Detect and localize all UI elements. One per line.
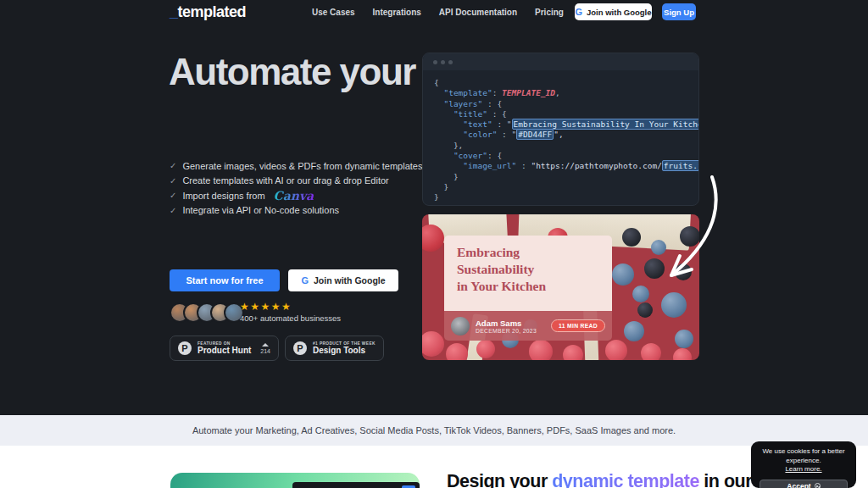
cookie-message-text: We use cookies for a better experience. xyxy=(762,447,844,464)
sign-up-button[interactable]: Sign Up xyxy=(662,3,696,20)
nav-api-documentation[interactable]: API Documentation xyxy=(439,8,517,17)
feature-checklist: ✓ Generate images, videos & PDFs from dy… xyxy=(170,158,422,218)
check-icon: ✓ xyxy=(170,176,176,186)
checklist-item-label: Integrate via API or No-code solutions xyxy=(182,205,339,215)
accept-label: Accept xyxy=(787,482,810,488)
nav-integrations[interactable]: Integrations xyxy=(373,8,421,17)
google-g-icon: G xyxy=(301,275,309,286)
main-nav: Use Cases Integrations API Documentation… xyxy=(312,0,564,24)
badge-title: Design Tools xyxy=(313,346,376,355)
sign-up-label: Sign Up xyxy=(664,8,694,17)
section-heading: Design your dynamic template in our xyxy=(447,471,752,488)
article-title-line: in Your Kitchen xyxy=(457,278,612,295)
header-join-google-label: Join with Google xyxy=(587,8,652,17)
rating-stars: ★★★★★ xyxy=(240,301,292,313)
heading-highlight: dynamic template xyxy=(552,471,699,488)
nav-pricing[interactable]: Pricing xyxy=(535,8,564,17)
curved-arrow-icon xyxy=(659,174,723,288)
upvote-count: 214 xyxy=(260,343,270,354)
author-avatar xyxy=(451,317,470,336)
accept-cookies-button[interactable]: Accept xyxy=(760,480,848,488)
header-join-google-button[interactable]: G Join with Google xyxy=(575,3,652,20)
article-overlay: Embracing Sustainability in Your Kitchen… xyxy=(444,236,612,341)
code-window-titlebar xyxy=(423,53,698,70)
landing-page: _templated Use Cases Integrations API Do… xyxy=(0,0,868,488)
heading-post: in our xyxy=(699,471,752,488)
checklist-item: ✓ Create templates with AI or our drag &… xyxy=(170,174,422,189)
editor-toolbar xyxy=(292,482,420,488)
cookie-message: We use cookies for a better experience. … xyxy=(751,447,856,474)
hero-section: _templated Use Cases Integrations API Do… xyxy=(0,0,868,415)
author-name: Adam Sams xyxy=(476,319,537,328)
article-title-line: Embracing xyxy=(457,244,612,261)
product-hunt-icon: P xyxy=(293,341,307,355)
checklist-item-label: Create templates with AI or our drag & d… xyxy=(182,175,388,186)
upvote-number: 214 xyxy=(260,348,270,354)
badge-title: Product Hunt xyxy=(198,346,251,355)
checklist-item: ✓ Integrate via API or No-code solutions xyxy=(170,203,422,219)
badge-featured-product-hunt[interactable]: P FEATURED ON Product Hunt 214 xyxy=(170,336,279,361)
toolbar-primary-button[interactable] xyxy=(402,485,415,488)
canva-logo: Canva xyxy=(274,189,314,202)
product-hunt-icon: P xyxy=(178,341,192,355)
badge-product-of-week[interactable]: P #1 PRODUCT OF THE WEEK Design Tools xyxy=(285,336,384,361)
code-lines: { "template": TEMPLATE_ID, "layers" : { … xyxy=(423,70,698,203)
learn-more-link[interactable]: Learn more. xyxy=(785,465,821,473)
article-date: DECEMBER 20, 2023 xyxy=(476,328,537,334)
product-hunt-badges: P FEATURED ON Product Hunt 214 P #1 PROD… xyxy=(170,336,384,361)
window-dot-icon xyxy=(441,60,445,64)
article-title: Embracing Sustainability in Your Kitchen xyxy=(444,236,612,311)
nav-use-cases[interactable]: Use Cases xyxy=(312,8,355,17)
use-cases-text: Automate your Marketing, Ad Creatives, S… xyxy=(192,425,676,435)
article-meta-bar: Adam Sams DECEMBER 20, 2023 11 MIN READ xyxy=(444,311,612,341)
logo[interactable]: _templated xyxy=(170,3,246,21)
heading-pre: Design your xyxy=(447,471,552,488)
upvote-icon xyxy=(262,343,269,347)
api-code-window: { "template": TEMPLATE_ID, "layers" : { … xyxy=(422,53,699,206)
checklist-item-label: Import designs from xyxy=(182,191,264,201)
read-time-badge: 11 MIN READ xyxy=(551,319,605,332)
window-dot-icon xyxy=(448,60,453,64)
hero-title: Automate your xyxy=(169,51,415,93)
logo-underscore: _ xyxy=(170,3,178,20)
hero-join-google-button[interactable]: G Join with Google xyxy=(288,269,398,291)
editor-preview-card xyxy=(170,473,420,488)
window-dot-icon xyxy=(433,60,437,64)
checklist-item: ✓ Generate images, videos & PDFs from dy… xyxy=(170,158,422,174)
cookie-icon xyxy=(815,483,821,488)
generated-article-card: Embracing Sustainability in Your Kitchen… xyxy=(422,214,699,360)
use-cases-strip: Automate your Marketing, Ad Creatives, S… xyxy=(0,415,868,446)
check-icon: ✓ xyxy=(170,161,176,170)
start-free-button[interactable]: Start now for free xyxy=(170,269,280,291)
cookie-banner: We use cookies for a better experience. … xyxy=(751,441,856,488)
customer-avatars xyxy=(170,302,237,323)
article-title-line: Sustainability xyxy=(457,261,612,278)
hero-join-google-label: Join with Google xyxy=(314,275,386,286)
logo-text: templated xyxy=(178,3,247,20)
check-icon: ✓ xyxy=(170,206,176,215)
checklist-item: ✓ Import designs from Canva xyxy=(170,188,422,203)
checklist-item-label: Generate images, videos & PDFs from dyna… xyxy=(182,161,422,171)
rating-caption: 400+ automated businesses xyxy=(240,313,341,323)
start-free-label: Start now for free xyxy=(186,275,263,286)
check-icon: ✓ xyxy=(170,191,176,200)
google-g-icon: G xyxy=(575,7,582,17)
